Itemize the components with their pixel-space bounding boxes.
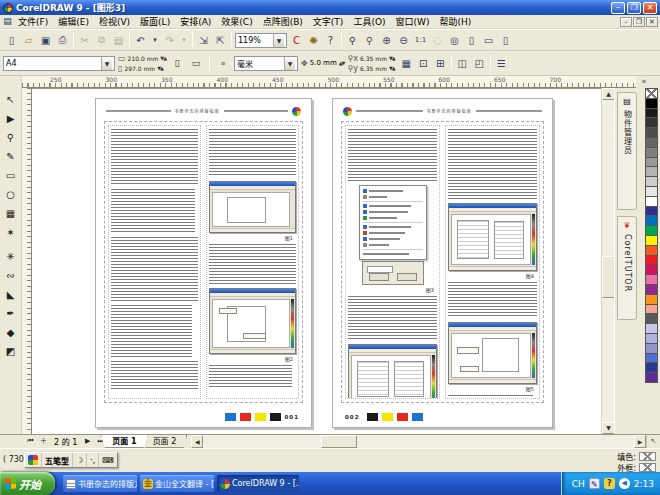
import-button[interactable]: ⇲ [195,32,212,49]
spinner-icons[interactable]: ▼▲ [389,55,395,61]
menu-item[interactable]: 检视(V) [94,15,135,28]
landscape-button[interactable]: ▭ [188,55,204,71]
ime-fullwidth-icon[interactable]: ☽ [73,453,87,467]
menu-item[interactable]: 帮助(H) [434,15,476,28]
menu-item[interactable]: 文字(T) [308,15,349,28]
help-tray-icon[interactable]: ? [604,478,615,489]
zoom-page-button[interactable]: ▯ [463,32,480,49]
interactive-blend-tool-icon[interactable]: ∾ [1,266,20,285]
taskbar-task[interactable]: 书册杂志的排版方... [63,475,137,492]
fill-tool-icon[interactable]: ◆ [1,323,20,342]
portrait-button[interactable]: ▯ [169,55,185,71]
close-button[interactable]: ✕ [643,2,657,14]
shape-tool-icon[interactable]: ▶ [1,109,20,128]
menu-item[interactable]: 工具(O) [348,15,390,28]
undo-button[interactable]: ↶ [132,32,149,49]
zoom-minus-button[interactable]: ⊖ [395,32,412,49]
horizontal-scrollbar[interactable]: ◀ ▶ [191,435,646,448]
zoom-out-tool-button[interactable]: ⚲ [361,32,378,49]
zoom-in-tool-button[interactable]: ⚲ [344,32,361,49]
eyedropper-tool-icon[interactable]: ◣ [1,285,20,304]
copy-button[interactable]: ⧉ [93,32,110,49]
menu-item[interactable]: 安排(A) [175,15,216,28]
hide-icons-chevron-icon[interactable]: ◀ [619,478,630,489]
ime-logo-icon[interactable] [25,453,42,467]
zoom-fit-button[interactable]: ◎ [446,32,463,49]
menu-item[interactable]: 点阵图(B) [258,15,308,28]
document-page-1[interactable]: 书册杂志的排版指南 [95,98,312,428]
treat-as-filled-button[interactable]: ◫ [454,55,471,72]
nudge-value[interactable]: 5.0 mm [310,59,337,67]
start-button[interactable]: 开始 [0,472,55,495]
first-page-icon[interactable]: ⏮ [24,436,37,448]
document-page-2[interactable]: 书册杂志的排版指南 [332,98,553,428]
docker-tab-object-manager[interactable]: ▤ 物件管理员 [617,92,637,210]
polygon-tool-icon[interactable]: ✶ [1,223,20,242]
spinner-icons[interactable]: ▼▲ [160,55,166,61]
menu-item[interactable]: 编辑(E) [53,15,94,28]
whats-this-button[interactable]: ? [322,32,339,49]
spinner-icons[interactable]: ▼▲ [157,65,163,71]
corel-online-button[interactable]: ✺ [305,32,322,49]
duplicate-y-value[interactable]: 6.35 mm [360,65,387,72]
redo-dropdown[interactable]: ▾ [178,32,190,49]
menu-item[interactable]: 文件(F) [13,15,53,28]
options-button[interactable]: ☰ [493,55,510,72]
ime-tray-icon[interactable]: ✎ [589,478,600,489]
spinner-icons[interactable]: ▲▼ [339,60,345,66]
page-tab-2[interactable]: 页面 2 [142,435,188,448]
snap-to-guidelines-button[interactable]: ⊡ [415,55,432,72]
print-button[interactable]: ⎙ [54,32,71,49]
zoom-plus-button[interactable]: ⊕ [378,32,395,49]
redo-button[interactable]: ↷ [161,32,178,49]
scroll-left-icon[interactable]: ◀ [191,435,203,448]
menu-item[interactable]: 版面(L) [135,15,175,28]
minimize-button[interactable]: – [611,2,625,14]
spinner-icons[interactable]: ▼▲ [389,65,395,71]
new-button[interactable]: ▯ [3,32,20,49]
horizontal-ruler[interactable]: 250300350400450500550600650700 [22,76,636,88]
snap-to-grid-button[interactable]: ▦ [398,55,415,72]
save-button[interactable]: ▣ [37,32,54,49]
paste-button[interactable]: ▤ [110,32,127,49]
freehand-tool-icon[interactable]: ✎ [1,147,20,166]
ellipse-tool-icon[interactable]: ○ [1,185,20,204]
vertical-ruler[interactable] [22,88,32,434]
docker-collapse-icon[interactable]: « [637,76,651,88]
paper-width-value[interactable]: 210.0 mm [128,55,159,62]
taskbar-task[interactable]: 金金山全文翻译 - [... [140,475,214,492]
zoom-level-combo[interactable]: 119% ▼ [235,33,287,48]
units-combo[interactable]: 毫米 ▼ [234,56,298,71]
page-tab-1[interactable]: 页面 1 [101,435,147,448]
zoom-height-button[interactable]: ▯ [497,32,514,49]
duplicate-x-value[interactable]: 6.35 mm [360,55,387,62]
zoom-width-button[interactable]: ▭ [480,32,497,49]
next-page-icon[interactable]: ▶ [81,436,94,448]
scroll-right-icon[interactable]: ▶ [634,435,646,448]
undo-dropdown[interactable]: ▾ [149,32,161,49]
marquee-select-button[interactable]: ◰ [471,55,488,72]
docker-tab-coreltutor[interactable]: ❦ CorelTUTOR [617,216,637,320]
graph-paper-tool-icon[interactable]: ▦ [1,204,20,223]
snap-to-objects-button[interactable]: ⊞ [432,55,449,72]
rectangle-tool-icon[interactable]: ▭ [1,166,20,185]
outline-tool-icon[interactable]: ✒ [1,304,20,323]
set-default-page-button[interactable]: ⧈ [215,55,231,71]
application-launcher-button[interactable]: C [288,32,305,49]
chevron-down-icon[interactable]: ▼ [273,34,284,47]
cut-button[interactable]: ✂ [76,32,93,49]
mdi-restore-button[interactable]: ❐ [633,17,645,27]
chevron-down-icon[interactable]: ▼ [284,57,295,70]
drawing-canvas[interactable]: 书册杂志的排版指南 [32,88,601,434]
add-page-icon[interactable]: ＋ [37,436,50,448]
vertical-scrollbar[interactable]: ▲ ▼ [601,88,614,434]
horizontal-scroll-thumb[interactable] [321,435,357,448]
restore-button[interactable]: ❐ [627,2,641,14]
zoom-tool-icon[interactable]: ⚲ [1,128,20,147]
input-locale-indicator[interactable]: CH [572,479,585,489]
pick-tool-icon[interactable]: ↖ [1,90,20,109]
ime-keyboard-icon[interactable]: ⌨ [99,453,117,467]
mdi-minimize-button[interactable]: – [620,17,632,27]
interactive-fill-tool-icon[interactable]: ◩ [1,342,20,361]
menu-item[interactable]: 窗口(W) [391,15,435,28]
